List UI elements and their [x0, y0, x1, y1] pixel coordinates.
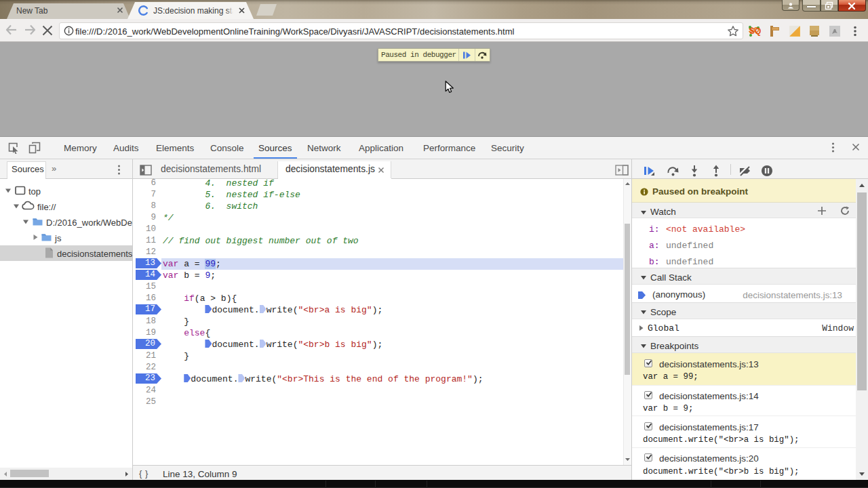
svg-text:SQ: SQ	[749, 26, 761, 36]
